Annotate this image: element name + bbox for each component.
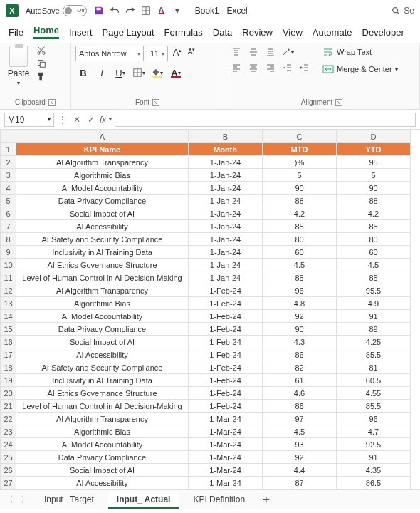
wrap-text-button[interactable]: Wrap Text [320,46,401,58]
cell[interactable]: 4.3 [263,336,337,348]
align-top-icon[interactable] [229,46,244,58]
cell[interactable]: 1-Jan-24 [189,195,263,207]
cell[interactable]: 86 [263,400,337,413]
cell[interactable]: 4.2 [337,207,411,220]
cell[interactable]: 1-Feb-24 [189,361,263,374]
row-header[interactable]: 10 [1,259,16,271]
cell[interactable]: 90 [263,182,337,195]
align-center-icon[interactable] [246,61,261,74]
align-middle-icon[interactable] [246,46,261,58]
chevron-down-icon[interactable]: ▾ [17,80,20,86]
row-header[interactable]: 15 [1,323,16,336]
cell[interactable]: 80 [337,233,411,246]
cell[interactable]: 86.5 [337,477,411,489]
cell[interactable]: 1-Jan-24 [189,182,263,195]
cell[interactable]: AI Model Accountability [16,182,189,195]
cell[interactable]: 82 [263,361,337,374]
sheet-nav-prev-icon[interactable]: 〈 [4,494,14,506]
menu-view[interactable]: View [283,27,303,38]
cell[interactable]: 4.35 [337,464,411,477]
cell[interactable]: 90 [337,182,411,195]
increase-indent-icon[interactable] [297,61,313,74]
cell[interactable]: 4.9 [337,297,411,310]
cell[interactable]: 1-Jan-24 [189,156,263,169]
cell[interactable]: Algorithmic Bias [16,425,189,438]
cell[interactable]: 4.4 [263,464,337,477]
font-color-button[interactable]: A▾ [168,66,184,80]
row-header[interactable]: 27 [1,477,16,489]
cell[interactable]: 91 [337,451,411,464]
cell[interactable]: MTD [263,143,337,156]
cell[interactable]: 4.5 [337,259,411,271]
underline-button[interactable]: U▾ [112,66,128,80]
col-header-C[interactable]: C [263,130,337,143]
dialog-launcher-icon[interactable]: ↘ [48,99,56,106]
menu-data[interactable]: Data [213,27,232,38]
cell[interactable]: 91 [337,310,411,323]
cell[interactable]: AI Safety and Security Compliance [16,233,189,246]
row-header[interactable]: 25 [1,451,16,464]
font-name-combo[interactable]: Aptos Narrow ▾ [75,46,144,61]
cell[interactable]: Inclusivity in AI Training Data [16,374,189,387]
cell[interactable]: 96 [263,284,337,297]
cell[interactable]: 97 [263,413,337,425]
cell[interactable]: Algorithmic Bias [16,297,189,310]
merge-center-button[interactable]: Merge & Center ▾ [320,63,401,76]
menu-insert[interactable]: Insert [69,27,93,38]
more-icon[interactable]: ⋮ [57,115,68,125]
cell[interactable]: 85.5 [337,400,411,413]
cell[interactable]: 95 [337,156,411,169]
cell[interactable]: AI Safety and Security Compliance [16,361,189,374]
cell[interactable]: 1-Feb-24 [189,374,263,387]
cell[interactable]: 60 [263,246,337,259]
dialog-launcher-icon[interactable]: ↘ [335,99,342,106]
row-header[interactable]: 5 [1,195,16,207]
cell[interactable]: 4.25 [337,336,411,348]
align-right-icon[interactable] [263,61,278,74]
cell[interactable]: Month [189,143,263,156]
cell[interactable]: Level of Human Control in AI Decision-Ma… [16,271,189,284]
cell[interactable]: AI Algorithm Transparency [16,156,189,169]
row-header[interactable]: 3 [1,169,16,182]
align-left-icon[interactable] [229,61,244,74]
menu-home[interactable]: Home [33,25,59,39]
row-header[interactable]: 24 [1,438,16,451]
sheet-nav-next-icon[interactable]: 〉 [20,494,30,506]
row-header[interactable]: 19 [1,374,16,387]
cell[interactable]: AI Accessibility [16,220,189,233]
cell[interactable]: AI Accessibility [16,348,189,361]
sheet-tab-input-actual[interactable]: Input_ Actual [108,492,179,509]
row-header[interactable]: 4 [1,182,16,195]
cell[interactable]: 1-Feb-24 [189,336,263,348]
row-header[interactable]: 2 [1,156,16,169]
cell[interactable]: 93 [263,438,337,451]
row-header[interactable]: 9 [1,246,16,259]
cell[interactable]: 4.6 [263,387,337,400]
cell[interactable]: Data Privacy Compliance [16,323,189,336]
save-icon[interactable] [94,6,104,16]
row-header[interactable]: 12 [1,284,16,297]
cell[interactable]: 60 [337,246,411,259]
add-sheet-button[interactable]: ＋ [259,492,273,507]
orientation-icon[interactable]: ▾ [280,46,295,58]
cell[interactable]: 1-Jan-24 [189,220,263,233]
cell[interactable]: 1-Jan-24 [189,207,263,220]
cell[interactable]: 1-Jan-24 [189,233,263,246]
cell[interactable]: Social Impact of AI [16,336,189,348]
cell[interactable]: AI Model Accountability [16,310,189,323]
cell[interactable]: 4.5 [263,425,337,438]
formula-input[interactable] [115,113,416,127]
cell[interactable]: 81 [337,361,411,374]
cell[interactable]: 1-Feb-24 [189,400,263,413]
cell[interactable]: Social Impact of AI [16,464,189,477]
spreadsheet-grid[interactable]: A B C D 1KPI NameMonthMTDYTD2AI Algorith… [0,130,420,489]
autosave-toggle[interactable]: AutoSave Off [26,5,87,16]
row-header[interactable]: 13 [1,297,16,310]
cell[interactable]: 86 [263,348,337,361]
cell[interactable]: AI Algorithm Transparency [16,284,189,297]
cell[interactable]: 1-Mar-24 [189,451,263,464]
row-header[interactable]: 1 [1,143,16,156]
cell[interactable]: KPI Name [16,143,189,156]
col-header-D[interactable]: D [337,130,411,143]
cell[interactable]: 1-Jan-24 [189,271,263,284]
